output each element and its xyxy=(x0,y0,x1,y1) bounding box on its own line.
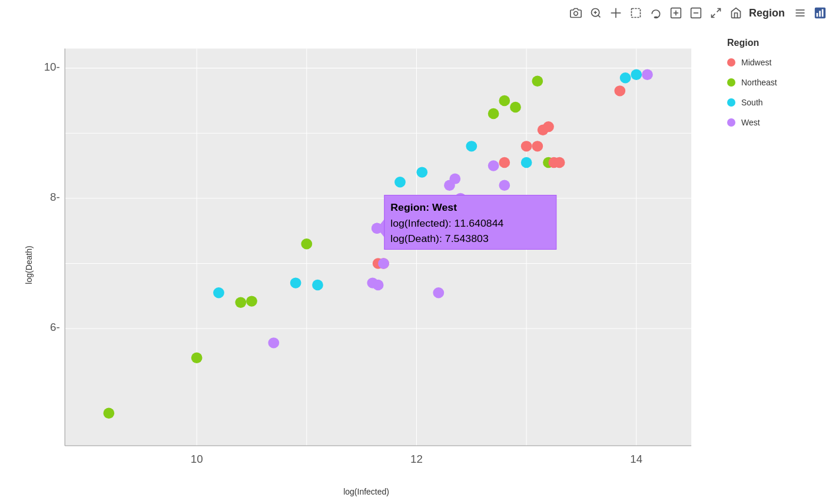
scatter-dot[interactable] xyxy=(620,72,631,83)
legend-item-midwest: Midwest xyxy=(727,58,827,67)
scatter-dot[interactable] xyxy=(466,141,477,151)
svg-rect-19 xyxy=(817,13,818,16)
legend-dot-midwest xyxy=(727,58,735,67)
chart-svg: 6-8-10-101214Region: Westlog(Infected): … xyxy=(34,37,704,470)
svg-line-14 xyxy=(712,14,715,18)
scatter-dot[interactable] xyxy=(301,238,312,249)
svg-rect-22 xyxy=(65,48,691,446)
scatter-dot[interactable] xyxy=(499,157,510,168)
scatter-dot[interactable] xyxy=(246,296,257,306)
zoom-in-icon[interactable] xyxy=(669,6,683,20)
legend-title: Region xyxy=(727,38,827,48)
zoom-out-icon[interactable] xyxy=(689,6,703,20)
scatter-dot[interactable] xyxy=(191,353,203,363)
svg-line-2 xyxy=(598,15,601,18)
lasso-icon[interactable] xyxy=(649,6,663,20)
svg-text:14: 14 xyxy=(630,453,642,465)
legend-dot-south xyxy=(727,98,735,107)
svg-text:8-: 8- xyxy=(50,191,60,203)
region-title: Region xyxy=(749,7,785,19)
scatter-dot[interactable] xyxy=(433,287,444,298)
toolbar: Region xyxy=(0,0,839,26)
scatter-dot[interactable] xyxy=(394,177,406,187)
scatter-dot[interactable] xyxy=(543,121,554,132)
legend-dot-northeast xyxy=(727,78,735,87)
legend-label-northeast: Northeast xyxy=(741,78,777,87)
x-axis-label: log(Infected) xyxy=(343,487,389,496)
menu-icon[interactable] xyxy=(793,6,807,20)
scatter-dot[interactable] xyxy=(235,297,246,308)
scatter-dot[interactable] xyxy=(532,76,543,87)
legend-dot-west xyxy=(727,118,735,127)
chart-icon[interactable] xyxy=(813,6,827,20)
chart-container: log(Death) 6-8-10-101214Region: Westlog(… xyxy=(5,31,709,499)
scatter-dot[interactable] xyxy=(499,180,510,191)
zoom-icon[interactable] xyxy=(589,6,603,20)
legend-label-west: West xyxy=(741,118,760,127)
camera-icon[interactable] xyxy=(569,6,583,20)
legend-label-south: South xyxy=(741,98,763,107)
selection-icon[interactable] xyxy=(629,6,643,20)
scatter-dot[interactable] xyxy=(631,69,642,79)
svg-text:12: 12 xyxy=(410,453,423,465)
scatter-dot[interactable] xyxy=(532,141,543,151)
scatter-dot[interactable] xyxy=(488,108,499,119)
scatter-dot[interactable] xyxy=(378,258,389,268)
scatter-dot[interactable] xyxy=(103,408,114,419)
scatter-dot[interactable] xyxy=(499,95,510,106)
scatter-dot[interactable] xyxy=(373,280,384,290)
tooltip-line-0: Region: West xyxy=(390,201,457,213)
legend-item-south: South xyxy=(727,98,827,107)
y-axis-label: log(Death) xyxy=(24,246,34,284)
scatter-dot[interactable] xyxy=(510,102,521,112)
tooltip-line-1: log(Infected): 11.640844 xyxy=(390,217,503,229)
scatter-dot[interactable] xyxy=(642,69,653,79)
tooltip-line-2: log(Death): 7.543803 xyxy=(390,233,489,244)
svg-text:6-: 6- xyxy=(50,321,60,333)
scatter-dot[interactable] xyxy=(268,337,279,348)
scatter-dot[interactable] xyxy=(488,160,499,171)
scatter-dot[interactable] xyxy=(213,287,224,298)
svg-text:10: 10 xyxy=(191,453,203,465)
legend-label-midwest: Midwest xyxy=(741,58,771,67)
scatter-dot[interactable] xyxy=(416,167,427,177)
scatter-dot[interactable] xyxy=(521,157,532,168)
svg-line-13 xyxy=(717,9,721,12)
scatter-dot[interactable] xyxy=(290,277,301,288)
scatter-dot[interactable] xyxy=(554,157,565,168)
fullscreen-icon[interactable] xyxy=(709,6,723,20)
home-icon[interactable] xyxy=(729,6,743,20)
scatter-dot[interactable] xyxy=(614,85,625,96)
legend-item-northeast: Northeast xyxy=(727,78,827,87)
svg-rect-7 xyxy=(632,9,641,18)
crosshair-icon[interactable] xyxy=(609,6,623,20)
svg-text:10-: 10- xyxy=(44,61,60,73)
scatter-dot[interactable] xyxy=(521,141,532,151)
legend-item-west: West xyxy=(727,118,827,127)
main-content: log(Death) 6-8-10-101214Region: Westlog(… xyxy=(0,26,839,504)
scatter-dot[interactable] xyxy=(312,280,323,290)
scatter-dot[interactable] xyxy=(449,173,460,184)
svg-rect-21 xyxy=(822,9,824,17)
svg-rect-20 xyxy=(819,11,821,16)
legend: Region Midwest Northeast South West xyxy=(709,26,839,504)
svg-point-0 xyxy=(574,12,578,16)
svg-point-42 xyxy=(372,223,383,234)
